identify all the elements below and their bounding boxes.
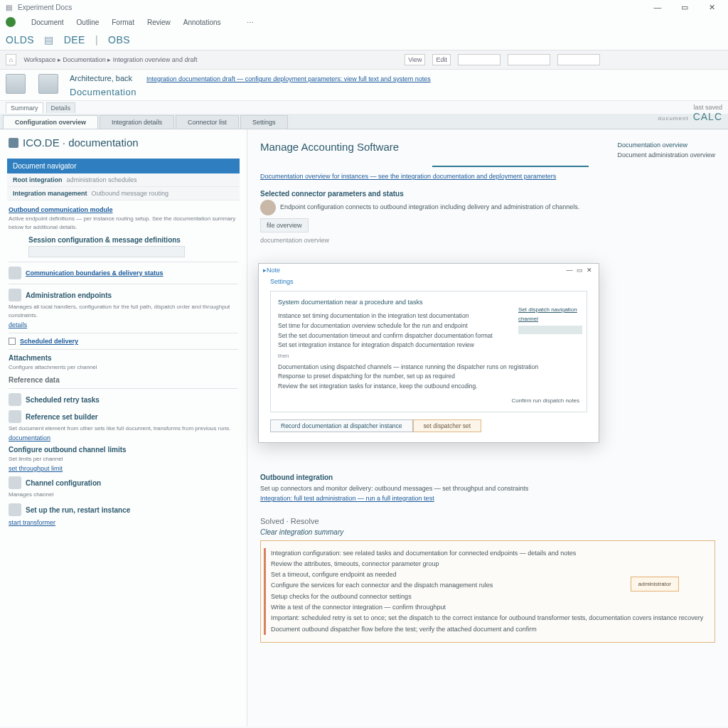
- menu-document[interactable]: Document: [31, 18, 64, 26]
- card-badge[interactable]: administrator: [631, 577, 679, 592]
- dialog-button-record[interactable]: Record documentation at dispatcher insta…: [270, 419, 413, 432]
- window-title: Experiment Docs: [18, 4, 72, 11]
- blk1-chip[interactable]: file overview: [260, 218, 309, 232]
- dialog-content: System documentation near a procedure an…: [270, 291, 587, 412]
- sidebar-nav-row-1[interactable]: Integration managementOutbound message r…: [7, 187, 240, 200]
- ribbon-back-icon[interactable]: [6, 74, 26, 94]
- sb-sec-1-h[interactable]: Session configuration & message definiti…: [28, 236, 238, 244]
- blk3-text: Set up connectors and monitor delivery: …: [260, 483, 715, 493]
- small-tab-summary[interactable]: Summary: [6, 102, 43, 113]
- ribbon-doc-icon[interactable]: [38, 74, 58, 94]
- card-line-6: Important: scheduled retry is set to onc…: [271, 613, 705, 623]
- app-title-2: DEE: [64, 34, 85, 46]
- run-icon: [9, 503, 21, 516]
- filter-input[interactable]: [508, 54, 550, 65]
- breadcrumb-path[interactable]: Workspace ▸ Documentation ▸ Integration …: [23, 56, 197, 63]
- blk1-text: Endpoint configuration connects to outbo…: [280, 203, 579, 210]
- sb-sec-5-h[interactable]: Attachments: [9, 354, 238, 362]
- toolstrip-view[interactable]: View: [405, 54, 425, 65]
- blk3-heading: Outbound integration: [260, 472, 715, 483]
- toolstrip-edit[interactable]: Edit: [432, 54, 451, 65]
- dialog-close-button[interactable]: ✕: [584, 267, 594, 274]
- sb-sec-9-link[interactable]: set throughput limit: [9, 465, 63, 472]
- dialog-minimize-button[interactable]: —: [564, 267, 574, 274]
- endpoint-icon: [9, 289, 21, 301]
- sb-sec-8-link[interactable]: documentation: [9, 434, 50, 441]
- dialog-para-1: Documentation using dispatched channels …: [278, 363, 579, 373]
- sb-sec-0-sub: Active endpoint definitions — per instan…: [9, 215, 238, 232]
- blk1-heading: Selected connector parameters and status: [260, 188, 715, 200]
- tab-settings[interactable]: Settings: [240, 115, 288, 129]
- dialog-line-4: Set set integration instance for integra…: [278, 341, 579, 350]
- search-input[interactable]: [458, 54, 500, 65]
- channel-icon: [9, 476, 21, 489]
- sb-sec-3-link[interactable]: details: [9, 321, 27, 328]
- menu-outline[interactable]: Outline: [77, 18, 100, 26]
- sb-sec-6-h[interactable]: Reference data: [9, 376, 238, 384]
- overflow-icon[interactable]: ⋯: [247, 18, 254, 26]
- section-tabs: Configuration overview Integration detai…: [0, 114, 728, 129]
- right-calc-label: documentCALC: [658, 111, 723, 122]
- tab-config-overview[interactable]: Configuration overview: [3, 115, 98, 129]
- dialog-titlebar: ▸ Note — ▭ ✕: [259, 264, 599, 277]
- small-tab-bar: Summary Details last saved: [0, 101, 728, 114]
- sb-sec-3-h[interactable]: Administration endpoints: [9, 289, 238, 301]
- sb-sec-10-h[interactable]: Channel configuration: [9, 476, 238, 489]
- dialog-maximize-button[interactable]: ▭: [574, 267, 584, 274]
- dialog-tb-label: Note: [267, 267, 280, 274]
- ribbon-link[interactable]: Integration documentation draft — config…: [146, 75, 431, 82]
- app-title-icon: ▤: [44, 34, 54, 46]
- tab-connector-list[interactable]: Connector list: [176, 115, 239, 129]
- list-icon: [9, 267, 21, 279]
- aux-input[interactable]: [557, 54, 600, 65]
- dialog-right-chip: [518, 326, 582, 334]
- card-line-4: Setup checks for the outbound connector …: [271, 592, 705, 602]
- sb-sec-7-h[interactable]: Scheduled retry tasks: [9, 393, 238, 406]
- sb-sec-9-h[interactable]: Configure outbound channel limits: [9, 446, 238, 454]
- window-minimize-button[interactable]: —: [647, 3, 668, 11]
- app-title-3: OBS: [108, 34, 130, 46]
- app-title-1: OLDS: [6, 34, 34, 46]
- card-line-0: Integration configuration: see related t…: [271, 548, 705, 559]
- status-dot-icon: [6, 17, 16, 27]
- menu-format[interactable]: Format: [112, 18, 134, 26]
- breadcrumb-bar: ⌂ Workspace ▸ Documentation ▸ Integratio…: [0, 50, 728, 70]
- menu-review[interactable]: Review: [147, 18, 171, 26]
- sidebar-nav-header: Document navigator: [7, 159, 240, 173]
- sb-sec-0-h[interactable]: Outbound communication module: [9, 206, 238, 213]
- checkbox-icon[interactable]: [9, 338, 16, 345]
- main-title: Manage Accounting Software: [260, 141, 399, 153]
- window-maximize-button[interactable]: ▭: [674, 3, 695, 12]
- sb-sec-11-link[interactable]: start transformer: [9, 519, 55, 526]
- sb-sec-4-h[interactable]: Scheduled delivery: [9, 338, 238, 345]
- dialog-para-3: Review the set integration tasks for ins…: [278, 382, 579, 392]
- app-menu-icon[interactable]: ▤: [6, 4, 12, 11]
- dialog-footer-text: Confirm run dispatch notes: [278, 397, 579, 406]
- note-card: Integration configuration: see related t…: [260, 540, 715, 643]
- breadcrumb-home-icon[interactable]: ⌂: [6, 54, 16, 65]
- menu-annotations[interactable]: Annotations: [183, 18, 221, 26]
- sidebar: ICO.DE · documentation Document navigato…: [0, 129, 247, 727]
- sb-sec-11-h[interactable]: Set up the run, restart instance: [9, 503, 238, 516]
- builder-icon: [9, 410, 21, 423]
- main-top-link[interactable]: Documentation overview for instances — s…: [247, 167, 728, 186]
- window-close-button[interactable]: ✕: [701, 3, 722, 12]
- small-tab-details[interactable]: Details: [46, 102, 76, 113]
- dialog-right-link[interactable]: Set dispatch navigation channel: [518, 306, 582, 324]
- sidebar-title: ICO.DE · documentation: [0, 129, 247, 153]
- sb-sec-1-box[interactable]: [28, 246, 185, 257]
- ribbon-label: Architecture, back: [70, 74, 132, 82]
- sb-sec-2-h[interactable]: Communication boundaries & delivery stat…: [9, 267, 238, 279]
- tab-integration-details[interactable]: Integration details: [100, 115, 174, 129]
- menu-bar: Document Outline Format Review Annotatio…: [0, 14, 728, 30]
- sb-sec-8-h[interactable]: Reference set builder: [9, 410, 238, 423]
- dialog-button-set[interactable]: set dispatcher set: [413, 419, 482, 432]
- sidebar-title-icon: [9, 138, 18, 148]
- lower-heading: Solved · Resolve: [260, 517, 715, 525]
- card-line-1: Review the attributes, timeouts, connect…: [271, 559, 705, 569]
- blk3-link[interactable]: Integration: full test administration — …: [260, 495, 434, 502]
- sidebar-nav-row-0[interactable]: Root integrationadministration schedules: [7, 173, 240, 187]
- app-title-bar: OLDS ▤ DEE | OBS: [0, 30, 728, 50]
- avatar-icon: [260, 200, 276, 215]
- title-separator: |: [95, 34, 98, 46]
